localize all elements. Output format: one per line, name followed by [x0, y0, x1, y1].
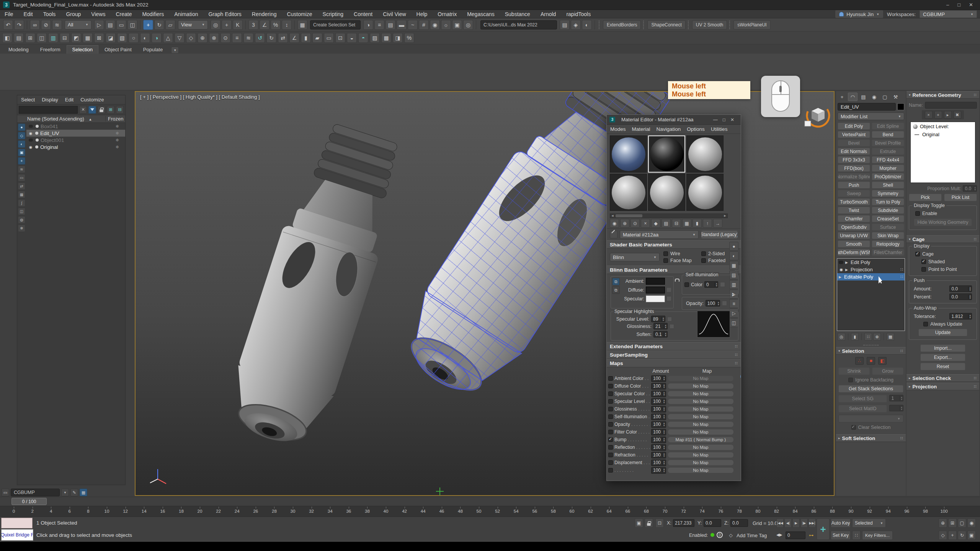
scroll-thumb[interactable]	[616, 214, 642, 217]
y-coordinate-field[interactable]: 0.0	[704, 519, 721, 527]
custom-tool-icon-34[interactable]: ▩	[381, 33, 391, 43]
frame-tick-16[interactable]: 16	[157, 509, 168, 514]
go-to-parent-icon[interactable]: ↑	[703, 219, 712, 228]
filter-lights-icon[interactable]: ◐	[18, 140, 25, 148]
ribbon-overflow-icon[interactable]: ▾	[171, 47, 179, 54]
custom-tool-icon-1[interactable]: ◧	[2, 33, 12, 43]
map-checkbox[interactable]	[608, 384, 613, 388]
frame-tick-70[interactable]: 70	[659, 509, 671, 514]
amount-spinner[interactable]: 0.0	[949, 285, 972, 292]
get-stack-selections-button[interactable]: Get Stack Selections	[838, 385, 903, 393]
remove-modifier-icon[interactable]: ⊗	[873, 333, 881, 341]
modifier-button-shell[interactable]: Shell	[872, 181, 904, 189]
map-slot-button[interactable]: No Map	[668, 421, 734, 427]
rollout-projection[interactable]: Projection∷	[906, 383, 979, 390]
utilities-tab[interactable]: ⚒	[891, 93, 900, 101]
select-by-name-icon[interactable]: ▤	[105, 20, 115, 30]
face-map-checkbox[interactable]	[663, 258, 668, 263]
keyboard-shortcut-override-icon[interactable]: K	[233, 20, 243, 30]
custom-tool-icon-11[interactable]: ▧	[117, 33, 127, 43]
2-sided-checkbox[interactable]	[701, 251, 706, 256]
modifier-button-bevel[interactable]: Bevel	[838, 139, 870, 147]
clear-selection-checkbox[interactable]	[851, 425, 856, 430]
map-checkbox[interactable]	[608, 422, 613, 427]
stack-item-edit-poly[interactable]: ▶Edit Poly	[837, 259, 905, 266]
menu-graph-editors[interactable]: Graph Editors	[208, 11, 241, 17]
custom-tool-icon-7[interactable]: ◩	[71, 33, 81, 43]
self-illum-spinner[interactable]: 0	[704, 281, 719, 288]
modifier-list-dropdown[interactable]: Modifier List▼	[838, 112, 904, 120]
modifier-button-edit-spline[interactable]: Edit Spline	[872, 122, 904, 130]
rollout-extended-parameters[interactable]: Extended Parameters∷	[607, 342, 741, 350]
frame-tick-100[interactable]: 100	[938, 509, 950, 514]
frame-tick-12[interactable]: 12	[120, 509, 131, 514]
named-selection-dropdown[interactable]: ▼	[838, 415, 903, 422]
me-menu-utilities[interactable]: Utilities	[711, 126, 728, 132]
frozen-toggle-icon[interactable]: ❄	[116, 138, 119, 143]
modifier-button-push[interactable]: Push	[838, 181, 870, 189]
frame-tick-90[interactable]: 90	[845, 509, 857, 514]
frame-tick-8[interactable]: 8	[82, 509, 94, 514]
lock-diffuse-specular-icon[interactable]: ⧉	[612, 286, 620, 294]
map-checkbox[interactable]	[608, 437, 613, 442]
map-amount-spinner[interactable]: 100	[651, 467, 666, 474]
filter-groups-icon[interactable]: ▭	[18, 174, 25, 181]
rollout-maps[interactable]: Maps∷	[607, 359, 741, 367]
material-editor-titlebar[interactable]: 3 Material Editor - Material #212aa — □ …	[607, 115, 741, 125]
reference-list[interactable]: Object Level: Original	[910, 122, 975, 183]
workspace-dropdown[interactable]: CGBUMP ▼	[920, 10, 977, 18]
modifier-button-creaseset[interactable]: CreaseSet	[872, 215, 904, 222]
frame-tick-2[interactable]: 2	[27, 509, 38, 514]
map-checkbox[interactable]	[608, 407, 613, 411]
set-key-button[interactable]: Set Key	[831, 531, 851, 540]
specular-color-swatch[interactable]	[646, 295, 665, 302]
docked-toolbar-shapeconnect[interactable]: ShapeConnect	[647, 20, 685, 29]
custom-tool-icon-31[interactable]: ◒	[347, 33, 357, 43]
set-keys-button[interactable]: +	[817, 518, 830, 540]
map-amount-spinner[interactable]: 100	[651, 398, 666, 405]
frame-tick-52[interactable]: 52	[492, 509, 503, 514]
stack-item-editable-poly[interactable]: ▶Editable Poly∷	[837, 273, 905, 280]
orbit-icon[interactable]: ↻	[958, 531, 966, 540]
scroll-right-icon[interactable]: ▶	[723, 214, 727, 218]
field-of-view-icon[interactable]: ◇	[939, 531, 947, 540]
explorer-row-box041[interactable]: Box041❄	[26, 123, 125, 130]
frame-tick-44[interactable]: 44	[417, 509, 429, 514]
custom-tool-icon-23[interactable]: ↺	[255, 33, 265, 43]
explorer-row-edit-uv[interactable]: ◉Edit_UV❄	[26, 130, 125, 137]
select-and-move-icon[interactable]: +	[143, 20, 153, 30]
modifier-button-bevel-profile[interactable]: Bevel Profile	[872, 139, 904, 147]
modifier-button-pathdeform-wsm[interactable]: PathDeform (WSM)	[838, 249, 870, 256]
grow-button[interactable]: Grow	[872, 367, 903, 375]
frame-tick-60[interactable]: 60	[566, 509, 578, 514]
expand-icon[interactable]: ▶	[839, 275, 843, 279]
hide-working-geometry-button[interactable]: Hide Working Geometry	[914, 218, 972, 226]
custom-tool-icon-5[interactable]: ▥	[48, 33, 58, 43]
snaps-toggle-icon[interactable]: 3	[248, 20, 258, 30]
key-filters-button[interactable]: Key Filters...	[862, 531, 893, 540]
pan-icon[interactable]: +	[948, 531, 957, 540]
select-and-rotate-icon[interactable]: ↻	[154, 20, 164, 30]
frame-tick-68[interactable]: 68	[640, 509, 652, 514]
export-button[interactable]: Export...	[920, 354, 965, 361]
self-illum-map-button[interactable]	[720, 282, 725, 287]
zoom-icon[interactable]: ⊕	[939, 518, 947, 528]
mirror-icon[interactable]: ◑	[363, 20, 373, 30]
maxscript-mini-listener[interactable]	[1, 518, 33, 528]
rollout-supersampling[interactable]: SuperSampling∷	[607, 350, 741, 359]
toggle-ribbon-icon[interactable]: ▬	[397, 20, 407, 30]
scroll-left-icon[interactable]: ◀	[610, 214, 615, 218]
container-icon[interactable]: ▭	[2, 489, 9, 496]
frame-tick-30[interactable]: 30	[287, 509, 299, 514]
previous-frame-icon[interactable]: ◀|	[784, 518, 792, 528]
element-subobject-icon[interactable]: ◧	[878, 357, 887, 365]
select-sg-button[interactable]: Select SG	[838, 395, 887, 403]
shrink-button[interactable]: Shrink	[838, 367, 870, 375]
diffuse-color-swatch[interactable]	[646, 287, 665, 293]
cage-checkbox[interactable]	[915, 252, 920, 256]
shader-dropdown[interactable]: Blinn▼	[610, 253, 660, 261]
map-checkbox[interactable]	[608, 445, 613, 450]
edit-icon[interactable]: ✎	[70, 489, 78, 496]
sample-slot-1[interactable]	[610, 135, 647, 173]
glossiness-spinner[interactable]: 21	[653, 323, 668, 329]
